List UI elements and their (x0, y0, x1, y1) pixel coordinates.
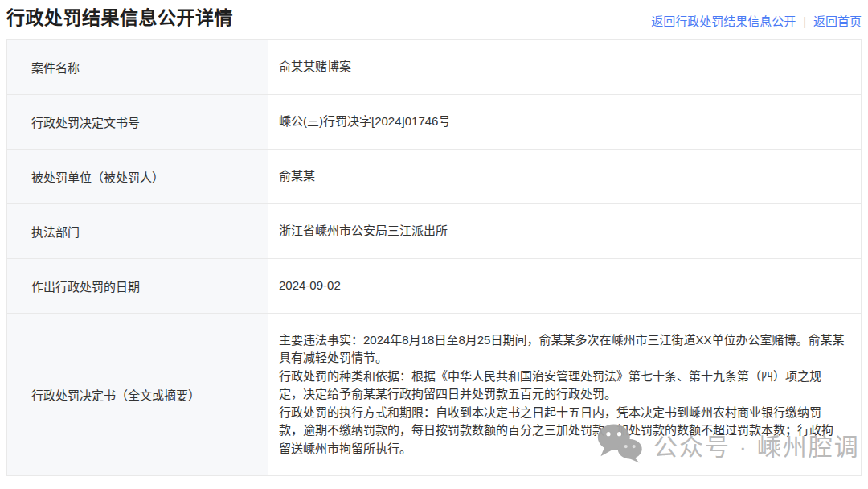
table-row-enforcement-department: 执法部门 浙江省嵊州市公安局三江派出所 (7, 204, 861, 259)
row-value: 俞某某赌博案 (268, 40, 861, 94)
row-value: 2024-09-02 (268, 259, 861, 313)
row-value: 浙江省嵊州市公安局三江派出所 (268, 204, 861, 258)
row-label: 行政处罚决定书（全文或摘要） (7, 314, 268, 475)
row-value: 主要违法事实：2024年8月18日至8月25日期间，俞某某多次在嵊州市三江街道X… (268, 314, 861, 475)
row-label: 执法部门 (7, 204, 268, 258)
decision-paragraph-facts: 主要违法事实：2024年8月18日至8月25日期间，俞某某多次在嵊州市三江街道X… (279, 331, 845, 368)
decision-paragraph-basis: 行政处罚的种类和依据：根据《中华人民共和国治安管理处罚法》第七十条、第十九条第（… (279, 368, 845, 404)
row-label: 被处罚单位（被处罚人） (7, 150, 268, 203)
back-to-list-link[interactable]: 返回行政处罚结果信息公开 (651, 14, 796, 28)
page-title: 行政处罚结果信息公开详情 (6, 6, 233, 30)
back-to-home-link[interactable]: 返回首页 (813, 14, 862, 28)
row-label: 作出行政处罚的日期 (7, 259, 268, 313)
row-label: 案件名称 (7, 40, 268, 94)
penalty-detail-table: 案件名称 俞某某赌博案 行政处罚决定文书号 嵊公(三)行罚决字[2024]017… (6, 39, 862, 476)
penalty-detail-page: 行政处罚结果信息公开详情 返回行政处罚结果信息公开|返回首页 案件名称 俞某某赌… (0, 0, 868, 489)
table-row-punished-party: 被处罚单位（被处罚人） 俞某某 (7, 150, 861, 204)
row-value: 嵊公(三)行罚决字[2024]01746号 (268, 95, 861, 149)
row-value: 俞某某 (268, 150, 861, 203)
link-separator: | (803, 15, 806, 28)
table-row-decision-doc-number: 行政处罚决定文书号 嵊公(三)行罚决字[2024]01746号 (7, 95, 861, 150)
decision-paragraph-execution: 行政处罚的执行方式和期限：自收到本决定书之日起十五日内，凭本决定书到嵊州农村商业… (279, 404, 845, 458)
row-label: 行政处罚决定文书号 (7, 95, 268, 149)
table-row-decision-summary: 行政处罚决定书（全文或摘要） 主要违法事实：2024年8月18日至8月25日期间… (7, 314, 861, 475)
table-row-case-name: 案件名称 俞某某赌博案 (7, 40, 861, 95)
page-header: 行政处罚结果信息公开详情 返回行政处罚结果信息公开|返回首页 (0, 0, 868, 39)
header-nav: 返回行政处罚结果信息公开|返回首页 (651, 12, 862, 29)
table-row-penalty-date: 作出行政处罚的日期 2024-09-02 (7, 259, 861, 314)
